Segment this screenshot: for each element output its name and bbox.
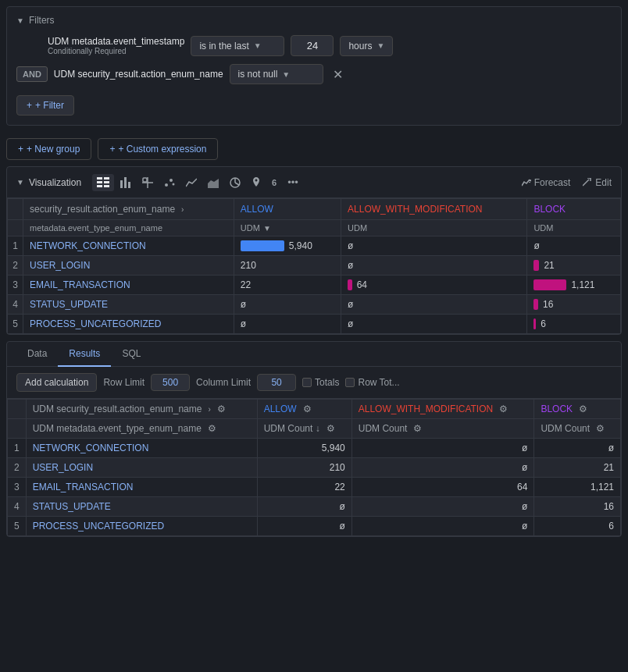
add-calculation-button[interactable]: Add calculation	[16, 373, 97, 392]
data-sub-col4-gear-icon[interactable]: ⚙	[596, 423, 605, 434]
filter-2-field-label: UDM security_result.action_enum_name	[54, 69, 223, 80]
data-th-sub-col4[interactable]: UDM Count ⚙	[534, 419, 621, 439]
data-awm-gear-icon[interactable]: ⚙	[499, 404, 508, 414]
new-group-button[interactable]: + + New group	[6, 138, 91, 160]
data-row-awm: ø	[351, 517, 534, 536]
viz-bar-icon[interactable]	[116, 174, 136, 191]
data-col1-gear-icon[interactable]: ⚙	[217, 404, 226, 414]
filter-2-close-button[interactable]: ✕	[330, 67, 346, 82]
viz-map-icon[interactable]	[247, 174, 266, 191]
forecast-button[interactable]: Forecast	[522, 177, 571, 188]
col1-expand-icon[interactable]: ›	[181, 205, 184, 214]
data-controls-bar: Add calculation Row Limit Column Limit T…	[7, 367, 621, 399]
totals-checkbox-label[interactable]: Totals	[302, 377, 339, 388]
sub-col2-dropdown[interactable]: ▼	[263, 224, 271, 233]
viz-row-awm: ø	[341, 295, 527, 315]
viz-table-icon[interactable]	[92, 174, 114, 191]
filter-row-2: AND UDM security_result.action_enum_name…	[16, 64, 612, 84]
viz-table-row: 4STATUS_UPDATEøø16	[8, 295, 621, 315]
results-data-table: UDM security_result.action_enum_name › ⚙…	[7, 399, 621, 536]
filter-2-operator[interactable]: is not null ▼	[230, 64, 323, 84]
svg-rect-2	[97, 181, 102, 183]
viz-row-allow: ø	[234, 315, 341, 334]
viz-line-icon[interactable]	[181, 174, 202, 191]
data-row-awm: ø	[351, 458, 534, 478]
data-th-allow[interactable]: ALLOW ⚙	[257, 400, 351, 419]
data-th-col1[interactable]: UDM security_result.action_enum_name › ⚙	[26, 400, 257, 419]
tab-data[interactable]: Data	[16, 342, 58, 367]
viz-pivot-icon[interactable]	[137, 174, 158, 191]
add-filter-icon: +	[27, 100, 32, 111]
data-row-block: 21	[534, 458, 621, 478]
forecast-icon	[522, 178, 531, 187]
new-group-plus-icon: +	[18, 144, 23, 155]
data-table-row: 2USER_LOGIN210ø21	[8, 458, 621, 478]
filter-1-field-sub: Conditionally Required	[48, 47, 184, 55]
viz-th-sub-col3: UDM	[341, 220, 527, 236]
data-th-awm[interactable]: ALLOW_WITH_MODIFICATION ⚙	[351, 400, 534, 419]
data-sub-col3-gear-icon[interactable]: ⚙	[413, 423, 422, 434]
viz-th-awm[interactable]: ALLOW_WITH_MODIFICATION	[341, 199, 527, 220]
viz-number-icon[interactable]: 6	[267, 175, 281, 190]
viz-row-allow: ø	[234, 295, 341, 315]
data-th-sub-col1[interactable]: UDM metadata.event_type_enum_name ⚙	[26, 419, 257, 439]
col-limit-label: Column Limit	[196, 377, 251, 388]
filter-2-field-name: UDM security_result.action_enum_name	[54, 69, 223, 80]
viz-pie-icon[interactable]	[225, 174, 245, 191]
custom-expression-button[interactable]: + + Custom expression	[98, 138, 218, 160]
filter-1-value-input[interactable]	[291, 35, 334, 56]
data-row-block: 16	[534, 497, 621, 517]
viz-area-icon[interactable]	[203, 174, 223, 191]
data-row-allow: 210	[257, 458, 351, 478]
filter-2-operator-arrow: ▼	[282, 70, 290, 79]
visualization-title-btn[interactable]: ▼ Visualization	[16, 177, 81, 188]
data-th-block[interactable]: BLOCK ⚙	[534, 400, 621, 419]
tab-sql[interactable]: SQL	[111, 342, 152, 367]
col-limit-input[interactable]	[257, 374, 296, 391]
filter-1-unit-arrow: ▼	[376, 41, 384, 50]
data-allow-gear-icon[interactable]: ⚙	[303, 404, 312, 414]
data-th-sub-col2[interactable]: UDM Count ↓ ⚙	[257, 419, 351, 439]
viz-th-block[interactable]: BLOCK	[527, 199, 621, 220]
and-badge: AND	[16, 66, 48, 82]
data-th-sub-col3[interactable]: UDM Count ⚙	[351, 419, 534, 439]
data-sub-col2-gear-icon[interactable]: ⚙	[326, 423, 335, 434]
data-row-name: STATUS_UPDATE	[26, 497, 257, 517]
filters-header[interactable]: ▼ Filters	[16, 15, 612, 26]
data-row-block: ø	[534, 439, 621, 458]
data-row-name: EMAIL_TRANSACTION	[26, 478, 257, 497]
row-tot-checkbox-label[interactable]: Row Tot...	[345, 377, 399, 388]
filter-1-unit[interactable]: hours ▼	[340, 36, 393, 56]
data-row-allow: ø	[257, 517, 351, 536]
viz-chevron-icon: ▼	[16, 178, 24, 187]
filter-1-operator[interactable]: is in the last ▼	[191, 36, 284, 56]
data-block-gear-icon[interactable]: ⚙	[579, 404, 587, 414]
custom-expr-plus-icon: +	[109, 144, 115, 155]
filter-1-field-name: UDM metadata.event_timestamp	[48, 36, 184, 47]
viz-th-allow[interactable]: ALLOW	[234, 199, 341, 220]
data-col1-expand-icon[interactable]: ›	[208, 405, 210, 414]
add-filter-button[interactable]: + + Filter	[16, 95, 74, 116]
row-tot-checkbox[interactable]	[345, 378, 355, 387]
row-limit-input[interactable]	[151, 374, 190, 391]
tab-results[interactable]: Results	[58, 342, 111, 367]
viz-row-allow: 210	[234, 256, 341, 276]
svg-point-13	[169, 179, 173, 182]
data-row-name: PROCESS_UNCATEGORIZED	[26, 517, 257, 536]
svg-line-19	[583, 180, 589, 186]
viz-th-rownum	[8, 199, 23, 220]
viz-th-col1[interactable]: security_result.action_enum_name ›	[23, 199, 234, 220]
data-sub-col1-gear-icon[interactable]: ⚙	[208, 423, 216, 434]
data-row-block: 6	[534, 517, 621, 536]
viz-more-icon[interactable]: •••	[283, 173, 303, 191]
viz-row-block: 21	[527, 256, 621, 276]
viz-table-header-row-2: metadata.event_type_enum_name UDM ▼ UDM …	[8, 220, 621, 236]
edit-button[interactable]: Edit	[583, 177, 612, 188]
data-row-block: 1,121	[534, 478, 621, 497]
data-section: Data Results SQL Add calculation Row Lim…	[6, 341, 622, 537]
svg-rect-6	[120, 180, 123, 188]
filter-1-operator-arrow: ▼	[254, 41, 262, 50]
viz-scatter-icon[interactable]	[159, 174, 180, 191]
svg-rect-7	[124, 177, 127, 188]
totals-checkbox[interactable]	[302, 378, 312, 387]
